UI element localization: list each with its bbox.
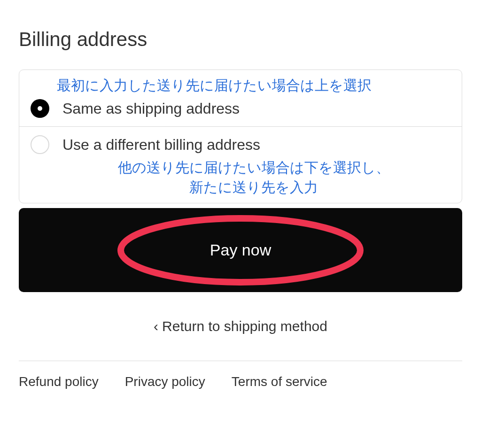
terms-of-service-link[interactable]: Terms of service [232,374,327,389]
footer-divider [19,361,462,361]
chevron-left-icon: ‹ [154,319,158,333]
annotation-same-address: 最初に入力した送り先に届けたい場合は上を選択 [31,76,450,95]
annotation-different-address: 他の送り先に届けたい場合は下を選択し、 新たに送り先を入力 [31,158,450,197]
pay-now-label: Pay now [210,241,271,259]
privacy-policy-link[interactable]: Privacy policy [125,374,205,389]
pay-now-button[interactable]: Pay now [19,208,462,292]
annotation-different-line2: 新たに送り先を入力 [189,179,318,195]
radio-label-same: Same as shipping address [62,100,240,117]
refund-policy-link[interactable]: Refund policy [19,374,99,389]
radio-option-same-address[interactable]: 最初に入力した送り先に届けたい場合は上を選択 Same as shipping … [19,70,462,127]
billing-address-title: Billing address [19,28,462,51]
return-link-label: Return to shipping method [162,318,327,334]
billing-address-radio-group: 最初に入力した送り先に届けたい場合は上を選択 Same as shipping … [19,70,462,203]
footer-links: Refund policy Privacy policy Terms of se… [19,374,462,389]
radio-label-different: Use a different billing address [62,136,260,154]
radio-selected-icon [31,99,49,118]
radio-unselected-icon [31,135,49,154]
pay-button-container: Pay now [19,208,462,292]
radio-option-different-address[interactable]: Use a different billing address 他の送り先に届け… [19,127,462,203]
return-to-shipping-link[interactable]: ‹ Return to shipping method [19,318,462,334]
annotation-different-line1: 他の送り先に届けたい場合は下を選択し、 [118,160,390,175]
